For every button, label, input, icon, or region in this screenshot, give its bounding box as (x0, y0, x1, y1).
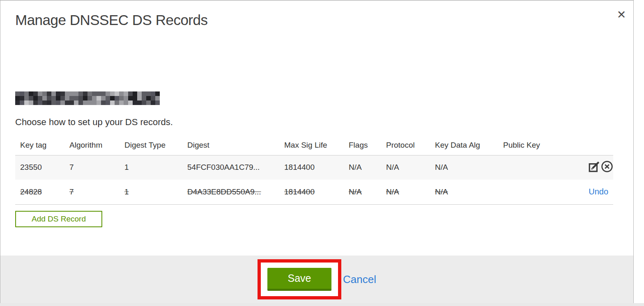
table-cell: 7 (64, 180, 120, 204)
table-row: 2482871D4A33E8DD550A9...1814400N/AN/AN/A… (15, 180, 613, 204)
table-header: Flags (344, 136, 381, 155)
edit-icon[interactable] (588, 160, 600, 175)
table-cell (498, 180, 554, 204)
table-header: Digest Type (120, 136, 182, 155)
table-header: Key tag (15, 136, 64, 155)
table-cell: N/A (344, 155, 381, 180)
annotation-highlight-box: Save (258, 259, 341, 299)
ds-records-table: Key tagAlgorithmDigest TypeDigestMax Sig… (15, 136, 613, 205)
dnssec-modal: Manage DNSSEC DS Records ✕ Choose how to… (0, 0, 634, 303)
table-cell: 1 (120, 155, 182, 180)
table-cell: 1 (120, 180, 182, 204)
page-title: Manage DNSSEC DS Records (15, 12, 207, 28)
redacted-domain-blur (15, 91, 160, 105)
table-cell: 7 (64, 155, 120, 180)
table-header: Public Key (498, 136, 554, 155)
table-cell: 23550 (15, 155, 64, 180)
table-header-actions (554, 136, 613, 155)
table-cell: N/A (430, 155, 498, 180)
table-header-row: Key tagAlgorithmDigest TypeDigestMax Sig… (15, 136, 613, 155)
table-cell: D4A33E8DD550A9... (182, 180, 279, 204)
table-cell: N/A (430, 180, 498, 204)
save-button[interactable]: Save (267, 268, 331, 291)
add-ds-record-button[interactable]: Add DS Record (15, 211, 102, 227)
table-header: Algorithm (64, 136, 120, 155)
row-actions: Undo (554, 180, 613, 204)
page-background-strip (0, 303, 644, 306)
subtitle: Choose how to set up your DS records. (15, 117, 173, 128)
close-icon[interactable]: ✕ (615, 9, 628, 21)
table-cell: N/A (381, 180, 430, 204)
delete-icon[interactable] (601, 160, 613, 175)
table-row: 235507154FCF030AA1C79...1814400N/AN/AN/A (15, 155, 613, 180)
table-cell: N/A (381, 155, 430, 180)
undo-link[interactable]: Undo (589, 187, 613, 196)
table-cell: 1814400 (279, 180, 344, 204)
table-cell: N/A (344, 180, 381, 204)
cancel-link[interactable]: Cancel (343, 273, 376, 286)
modal-footer: Save Cancel (0, 256, 633, 303)
table-header: Protocol (381, 136, 430, 155)
table-header: Digest (182, 136, 279, 155)
table-cell: 1814400 (279, 155, 344, 180)
table-header: Key Data Alg (430, 136, 498, 155)
table-cell (498, 155, 554, 180)
table-header: Max Sig Life (279, 136, 344, 155)
table-cell: 54FCF030AA1C79... (182, 155, 279, 180)
row-actions (554, 155, 613, 180)
table-cell: 24828 (15, 180, 64, 204)
